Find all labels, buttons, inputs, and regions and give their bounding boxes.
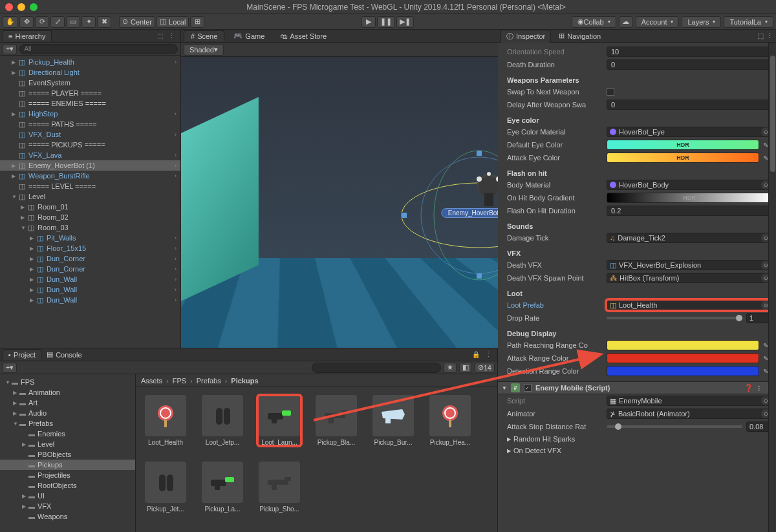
foldout-arrow-icon[interactable]: ▶ xyxy=(22,493,28,499)
transform-tool-button[interactable]: ✦ xyxy=(81,16,96,28)
drop-rate-slider[interactable]: 1 xyxy=(607,313,772,323)
pause-button[interactable]: ❚❚ xyxy=(377,16,395,28)
hierarchy-item[interactable]: ▶◫Dun_Wall› xyxy=(0,295,180,305)
foldout-arrow-icon[interactable]: ▶ xyxy=(21,204,27,210)
folder-item[interactable]: ▶▬VFX xyxy=(0,501,135,511)
prefab-chevron-icon[interactable]: › xyxy=(175,152,177,158)
attack-color-swatch[interactable] xyxy=(607,353,759,363)
prefab-chevron-icon[interactable]: › xyxy=(175,59,177,65)
prefab-chevron-icon[interactable]: › xyxy=(175,245,177,251)
project-search-input[interactable] xyxy=(312,363,441,373)
foldout-arrow-icon[interactable]: ▼ xyxy=(12,194,18,200)
hierarchy-item[interactable]: ▶◫HighStep› xyxy=(0,109,180,119)
hidden-items-button[interactable]: ⊘14 xyxy=(475,363,495,373)
move-tool-button[interactable]: ✥ xyxy=(19,16,34,28)
hierarchy-item[interactable]: ▶◫Pit_Walls› xyxy=(0,233,180,243)
inspector-tab[interactable]: ⓘ Inspector xyxy=(501,30,551,43)
shading-dropdown[interactable]: Shaded ▾ xyxy=(184,44,224,56)
hierarchy-item[interactable]: ▶◫Room_02 xyxy=(0,212,180,222)
prefab-chevron-icon[interactable]: › xyxy=(175,297,177,303)
prefab-chevron-icon[interactable]: › xyxy=(175,173,177,179)
hierarchy-item[interactable]: ▶◫Enemy_HoverBot (1)› xyxy=(0,160,180,171)
random-hit-sparks-foldout[interactable]: ▶Random Hit Sparks xyxy=(507,433,772,445)
snap-button[interactable]: ⊞ xyxy=(190,16,204,28)
folder-item[interactable]: ▶▬Art xyxy=(0,398,135,408)
asset-thumbnail[interactable]: Pickup_Bur... xyxy=(371,395,415,446)
asset-grid[interactable]: Loot_HealthLoot_Jetp...Loot_Laun...Picku… xyxy=(136,387,497,532)
death-spawn-field[interactable]: ⁂HitBox (Transform)⊙ xyxy=(607,273,772,283)
asset-store-tab[interactable]: 🛍 Asset Store xyxy=(274,31,333,41)
hierarchy-item[interactable]: ◫===== PATHS ===== xyxy=(0,119,180,129)
create-dropdown[interactable]: +▾ xyxy=(3,44,17,54)
inspector-lock-icon[interactable]: ⬚ xyxy=(757,32,764,40)
hierarchy-item[interactable]: ▶◫Dun_Corner› xyxy=(0,264,180,274)
folder-item[interactable]: ▬Projectiles xyxy=(0,470,135,480)
pivot-mode-button[interactable]: ⊙Center xyxy=(119,16,155,28)
animator-field[interactable]: ⊁BasicRobot (Animator)⊙ xyxy=(607,409,772,419)
hierarchy-item[interactable]: ▼◫Room_03 xyxy=(0,222,180,233)
inspector-panel-menu-button[interactable]: ⋮ xyxy=(766,32,773,40)
foldout-arrow-icon[interactable]: ▶ xyxy=(12,59,18,65)
lock-icon[interactable]: ⬚ xyxy=(157,32,163,39)
hierarchy-item[interactable]: ◫VFX_Dust› xyxy=(0,129,180,140)
path-color-swatch[interactable] xyxy=(607,340,759,350)
asset-thumbnail[interactable]: Loot_Jetp... xyxy=(200,395,244,446)
scene-tab[interactable]: # Scene xyxy=(184,30,224,41)
breadcrumb-item[interactable]: FPS xyxy=(173,377,186,385)
foldout-arrow-icon[interactable]: ▼ xyxy=(13,421,19,427)
console-tab[interactable]: ▤ Console xyxy=(41,349,87,360)
project-lock-icon[interactable]: 🔒 xyxy=(472,351,480,358)
flash-duration-field[interactable]: 0.2 xyxy=(607,206,772,216)
foldout-arrow-icon[interactable]: ▶ xyxy=(12,70,18,76)
enemy-mobile-component-header[interactable]: ▼ # ✓ Enemy Mobile (Script) ❓ ⫶ ⋮ xyxy=(498,381,776,394)
foldout-arrow-icon[interactable]: ▶ xyxy=(13,410,19,416)
hit-gradient-swatch[interactable]: HDR xyxy=(607,193,772,203)
breadcrumb-item[interactable]: Assets xyxy=(141,377,162,385)
foldout-arrow-icon[interactable]: ▶ xyxy=(30,266,36,272)
hierarchy-item[interactable]: ◫EventSystem xyxy=(0,78,180,88)
asset-thumbnail[interactable]: Pickup_Bla... xyxy=(314,395,358,446)
swap-weapon-checkbox[interactable] xyxy=(607,88,614,96)
foldout-arrow-icon[interactable]: ▶ xyxy=(30,277,36,282)
project-tab[interactable]: ▪ Project xyxy=(3,349,41,360)
preset-icon[interactable]: ⫶ xyxy=(757,384,761,392)
hand-tool-button[interactable]: ✋ xyxy=(3,16,18,28)
prefab-chevron-icon[interactable]: › xyxy=(175,266,177,272)
foldout-arrow-icon[interactable]: ▶ xyxy=(21,215,27,220)
detection-color-swatch[interactable] xyxy=(607,366,759,376)
foldout-arrow-icon[interactable]: ▶ xyxy=(30,287,36,293)
breadcrumb-item[interactable]: Pickups xyxy=(231,377,258,385)
prefab-chevron-icon[interactable]: › xyxy=(175,235,177,241)
hierarchy-item[interactable]: ◫VFX_Lava› xyxy=(0,150,180,160)
folder-item[interactable]: ▶▬UI xyxy=(0,491,135,501)
eye-material-field[interactable]: HoverBot_Eye⊙ xyxy=(607,127,772,137)
foldout-arrow-icon[interactable]: ▶ xyxy=(30,256,36,262)
folder-item[interactable]: ▼▬FPS xyxy=(0,377,135,387)
hierarchy-item[interactable]: ▶◫Room_01 xyxy=(0,202,180,212)
asset-thumbnail[interactable]: Pickup_La... xyxy=(200,462,244,513)
hierarchy-item[interactable]: ◫===== LEVEL ===== xyxy=(0,181,180,191)
attack-stop-slider[interactable]: 0.08 xyxy=(607,421,772,432)
on-detect-vfx-foldout[interactable]: ▶On Detect VFX xyxy=(507,445,772,456)
foldout-arrow-icon[interactable]: ▼ xyxy=(21,225,27,231)
death-vfx-field[interactable]: ◫VFX_HoverBot_Explosion⊙ xyxy=(607,260,772,270)
prefab-chevron-icon[interactable]: › xyxy=(175,276,177,282)
orientation-speed-field[interactable]: 10 xyxy=(607,47,772,57)
foldout-arrow-icon[interactable]: ▶ xyxy=(12,173,18,179)
filter-type-button[interactable]: ◧ xyxy=(459,363,472,373)
minimize-window-button[interactable] xyxy=(17,3,25,11)
foldout-arrow-icon[interactable]: ▶ xyxy=(12,111,18,117)
rect-tool-button[interactable]: ▭ xyxy=(66,16,80,28)
hierarchy-item[interactable]: ▶◫Weapon_BurstRifle› xyxy=(0,171,180,181)
layout-dropdown[interactable]: TutorialLa xyxy=(724,16,773,28)
folder-item[interactable]: ▼▬Prefabs xyxy=(0,418,135,429)
body-material-field[interactable]: HoverBot_Body⊙ xyxy=(607,180,772,190)
hierarchy-item[interactable]: ▶◫Dun_Wall› xyxy=(0,284,180,295)
prefab-chevron-icon[interactable]: › xyxy=(175,131,177,138)
hierarchy-item[interactable]: ▶◫Dun_Wall› xyxy=(0,274,180,284)
foldout-arrow-icon[interactable]: ▶ xyxy=(30,246,36,251)
hierarchy-tree[interactable]: ▶◫Pickup_Health›▶◫Directional Light◫Even… xyxy=(0,56,180,348)
step-button[interactable]: ▶❚ xyxy=(396,16,414,28)
foldout-arrow-icon[interactable]: ▶ xyxy=(13,390,19,396)
folder-item[interactable]: ▬Pickups xyxy=(0,460,135,470)
